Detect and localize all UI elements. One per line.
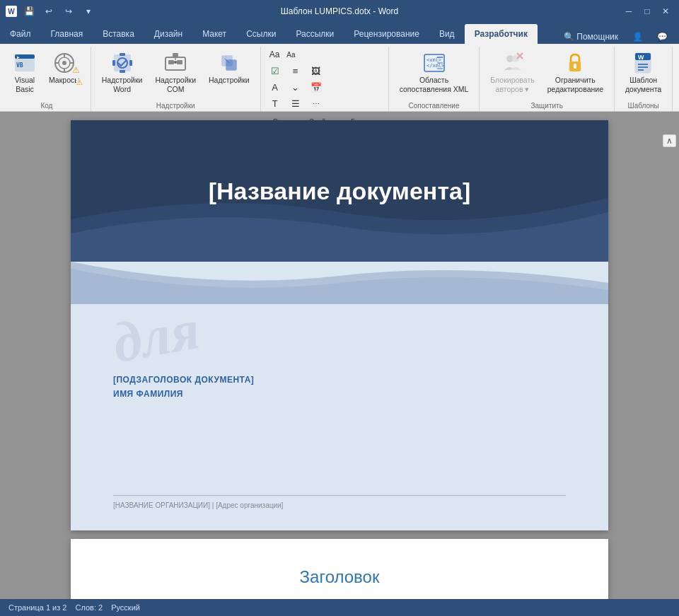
window-controls: ─ □ ✕ [621, 5, 673, 18]
minimize-button[interactable]: ─ [621, 5, 637, 18]
ribbon-group-code-content: ▶ VB VisualBasic [8, 48, 85, 100]
ribbon-group-controls-content: Aa Aa ☑ ≡ 🖼 A ⌄ 📅 T ☰ ⋯ [267, 48, 383, 129]
svg-rect-19 [177, 60, 182, 64]
svg-text:<xml>: <xml> [426, 57, 441, 63]
cover-footer-divider [113, 495, 566, 501]
word-count-status: Слов: 2 [75, 603, 103, 612]
ribbon-group-controls: Aa Aa ☑ ≡ 🖼 A ⌄ 📅 T ☰ ⋯ [261, 47, 389, 111]
restrict-editing-label: Ограничитьредактирование [547, 76, 603, 93]
addins-label: Надстройки [209, 76, 250, 85]
word-addins-icon [111, 52, 134, 74]
ribbon-group-addins-content: НадстройкиWord НадстройкиCOM [97, 48, 255, 100]
redo-button[interactable]: ↪ [61, 5, 76, 18]
svg-point-20 [174, 61, 177, 64]
tab-references[interactable]: Ссылки [236, 24, 286, 44]
svg-rect-18 [168, 60, 174, 64]
cover-watermark: для [108, 297, 204, 376]
tab-mailings[interactable]: Рассылки [286, 24, 344, 44]
document-template-icon: W [632, 52, 655, 74]
maximize-button[interactable]: □ [639, 5, 655, 18]
ribbon-group-addins: НадстройкиWord НадстройкиCOM [91, 47, 261, 111]
more-controls-button[interactable]: ⋯ [308, 95, 325, 111]
tab-design[interactable]: Дизайн [144, 24, 192, 44]
undo-button[interactable]: ↩ [41, 5, 57, 18]
addins-icon [218, 52, 240, 74]
tab-insert[interactable]: Вставка [93, 24, 144, 44]
cover-author[interactable]: ИМЯ ФАМИЛИЯ [113, 389, 566, 399]
addins-group-label: Надстройки [97, 100, 255, 111]
restrict-editing-button[interactable]: Ограничитьредактирование [542, 48, 608, 97]
tab-layout[interactable]: Макет [192, 24, 236, 44]
tab-review[interactable]: Рецензирование [344, 24, 429, 44]
warning-icon: ⚠ [72, 65, 80, 75]
date-control-button[interactable]: 📅 [308, 79, 325, 95]
visual-basic-label: VisualBasic [15, 76, 35, 93]
combo-control-button[interactable]: ≡ [287, 63, 304, 79]
visual-basic-icon: ▶ VB [13, 52, 36, 74]
ribbon-tabs: Файл Главная Вставка Дизайн Макет Ссылки… [0, 23, 679, 44]
tab-home[interactable]: Главная [41, 24, 93, 44]
ribbon-group-mapping-content: <xml> </xml> Областьсопоставления XML [395, 48, 474, 100]
tab-file[interactable]: Файл [0, 24, 41, 44]
help-tab[interactable]: 🔍 Помощник [558, 30, 624, 44]
ribbon-group-templates: W Шаблондокумента Шаблоны [615, 47, 673, 111]
svg-text:W: W [638, 54, 644, 61]
cover-footer-text[interactable]: [НАЗВАНИЕ ОРГАНИЗАЦИИ] | [Адрес организа… [113, 501, 566, 509]
svg-rect-16 [129, 60, 132, 66]
block-authors-button[interactable]: Блокироватьавторов ▾ [485, 48, 539, 97]
xml-mapping-icon: <xml> </xml> [423, 52, 446, 74]
richtext-control-button[interactable]: A [267, 79, 284, 95]
customize-qat-button[interactable]: ▾ [81, 5, 96, 18]
svg-rect-21 [173, 53, 178, 57]
tab-developer[interactable]: Разработчик [465, 24, 538, 44]
mapping-group-label: Сопоставление [395, 100, 474, 111]
dropdown-control-button[interactable]: ⌄ [287, 79, 304, 95]
ribbon-group-templates-content: W Шаблондокумента [620, 48, 666, 100]
ribbon-group-protect: Блокироватьавторов ▾ Ограничитьредактиро… [480, 47, 615, 111]
comments-icon[interactable]: 💬 [651, 30, 673, 44]
ribbon-group-mapping: <xml> </xml> Областьсопоставления XML Со… [389, 47, 480, 111]
listbox-control-button[interactable]: ☰ [287, 95, 304, 111]
restrict-editing-icon [564, 52, 586, 74]
status-bar: Страница 1 из 2 Слов: 2 Русский [0, 599, 679, 616]
svg-rect-13 [120, 53, 125, 56]
svg-point-33 [512, 55, 519, 62]
font-size-aa-small[interactable]: Aa [284, 50, 298, 60]
svg-point-38 [574, 64, 576, 66]
language-status: Русский [111, 603, 140, 612]
svg-point-6 [62, 61, 66, 65]
ribbon-collapse-button[interactable]: ∧ [663, 134, 676, 147]
user-icon[interactable]: 👤 [627, 30, 649, 44]
close-button[interactable]: ✕ [658, 5, 673, 18]
templates-group-label: Шаблоны [620, 100, 666, 111]
image-control-button[interactable]: 🖼 [308, 63, 325, 79]
document-title[interactable]: [Название документа] [180, 178, 499, 205]
ribbon-group-code: ▶ VB VisualBasic [3, 47, 91, 111]
document-page-1: [Название документа] для [ПОДЗАГОЛОВОК Д… [71, 120, 608, 530]
tab-view[interactable]: Вид [429, 24, 465, 44]
font-size-aa-big[interactable]: Aa [267, 48, 283, 61]
xml-mapping-button[interactable]: <xml> </xml> Областьсопоставления XML [395, 48, 474, 97]
cover-footer: [НАЗВАНИЕ ОРГАНИЗАЦИИ] | [Адрес организа… [113, 495, 566, 509]
addins-button[interactable]: Надстройки [204, 48, 255, 88]
svg-rect-14 [120, 70, 125, 73]
checkbox-control-button[interactable]: ☑ [267, 63, 284, 79]
word-addins-button[interactable]: НадстройкиWord [97, 48, 148, 97]
document-area[interactable]: [Название документа] для [ПОДЗАГОЛОВОК Д… [0, 112, 679, 599]
com-addins-icon [164, 52, 187, 74]
svg-text:</xml>: </xml> [426, 63, 444, 69]
svg-rect-15 [112, 60, 115, 66]
block-authors-label: Блокироватьавторов ▾ [490, 76, 534, 93]
save-button[interactable]: 💾 [21, 5, 37, 18]
macros-button[interactable]: Макросы ⚠ [44, 48, 85, 88]
com-addins-button[interactable]: НадстройкиCOM [150, 48, 201, 97]
block-authors-icon [501, 52, 524, 74]
cover-subtitle[interactable]: [ПОДЗАГОЛОВОК ДОКУМЕНТА] [113, 375, 566, 385]
document-page-2: Заголовок [71, 539, 608, 599]
content-heading[interactable]: Заголовок [300, 567, 380, 587]
plaintext-control-button[interactable]: T [267, 95, 284, 111]
code-group-label: Код [8, 100, 85, 111]
visual-basic-button[interactable]: ▶ VB VisualBasic [8, 48, 41, 97]
document-template-button[interactable]: W Шаблондокумента [620, 48, 666, 97]
title-bar: W 💾 ↩ ↪ ▾ Шаблон LUMPICS.dotx - Word ─ □… [0, 0, 679, 23]
